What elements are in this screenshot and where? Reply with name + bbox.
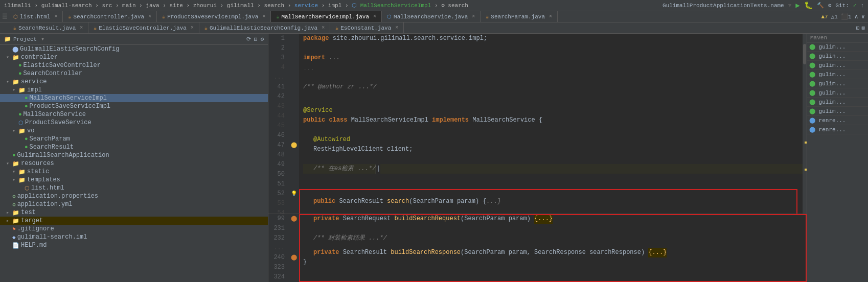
- tree-item-label: GulimallSearchApplication: [17, 152, 109, 159]
- class-icon: ●: [12, 152, 16, 158]
- tree-item-label: target: [21, 217, 43, 224]
- tree-vo-folder[interactable]: ▾ 📁 vo: [0, 127, 268, 135]
- right-panel-item-8[interactable]: ⬤ gulim...: [807, 107, 868, 116]
- close-icon[interactable]: ×: [191, 25, 194, 31]
- git-arrow-icon[interactable]: ↑: [860, 3, 864, 9]
- down-arrow[interactable]: ∨: [861, 13, 865, 20]
- right-panel-item-7[interactable]: ⬤ gulim...: [807, 98, 868, 107]
- settings-icon[interactable]: ⚙: [828, 2, 832, 9]
- close-icon[interactable]: ×: [472, 14, 475, 19]
- code-lines[interactable]: package site.zhourui.gilimall.search.ser…: [299, 34, 803, 214]
- gutter: ⬤ 💡 ⬤: [289, 34, 299, 214]
- tree-target-folder[interactable]: ▸ 📁 target: [0, 217, 268, 225]
- project-icon: 📁: [4, 36, 11, 42]
- tab-es-constant[interactable]: ☕ EsConstant.java ×: [330, 22, 404, 34]
- close-icon[interactable]: ×: [373, 14, 376, 19]
- collapse-icon[interactable]: ⊠: [861, 25, 865, 31]
- right-panel-item-10[interactable]: ⬤ renre...: [807, 125, 868, 134]
- tab-search-result[interactable]: ☕ SearchResult.java ×: [8, 22, 88, 34]
- expand-icon[interactable]: ⊡: [856, 25, 860, 31]
- close-icon[interactable]: ×: [395, 25, 398, 31]
- iml-icon: ◆: [12, 234, 16, 241]
- tree-item-label: static: [27, 168, 49, 175]
- tree-gitignore[interactable]: ⚑ .gitignore: [0, 225, 268, 233]
- tree-application-yaml[interactable]: ⚙ application.yml: [0, 200, 268, 208]
- tree-impl-folder[interactable]: ▾ 📁 impl: [0, 86, 268, 94]
- tree-gulimall-search-iml[interactable]: ◆ gulimall-search.iml: [0, 233, 268, 241]
- right-panel-item-9[interactable]: ⬤ renre...: [807, 116, 868, 125]
- tree-search-controller[interactable]: ● SearchController: [0, 69, 268, 78]
- tree-templates-folder[interactable]: ▾ 📁 templates: [0, 176, 268, 184]
- close-icon[interactable]: ×: [549, 14, 552, 19]
- tab-label: ProductSaveServiceImpl.java: [167, 14, 258, 20]
- top-bar-right: GulimallProductApplicationTests.name ▼ ▶…: [663, 1, 864, 10]
- sidebar-toggle[interactable]: ☰: [0, 13, 8, 20]
- tree-list-html[interactable]: ⬡ list.html: [0, 184, 268, 192]
- java-icon: ☕: [13, 25, 16, 31]
- tree-controller-folder[interactable]: ▾ 📁 controller: [0, 53, 268, 61]
- tree-search-param[interactable]: ● SearchParam: [0, 135, 268, 143]
- tab-list-html[interactable]: ⬡ list.html ×: [8, 11, 63, 22]
- code-line-76: [303, 206, 803, 214]
- config-icon: ⬤: [12, 46, 18, 53]
- close-icon[interactable]: ×: [148, 14, 151, 19]
- vertical-scrollbar[interactable]: [803, 34, 807, 214]
- git-check-icon[interactable]: ✓: [853, 2, 857, 9]
- tree-gulimall-search-application[interactable]: ● GulimallSearchApplication: [0, 151, 268, 159]
- code-line-58: public SearchResult search(SearchParam p…: [303, 197, 803, 206]
- tree-item-label: controller: [21, 54, 58, 61]
- folder-icon: 📁: [18, 87, 26, 93]
- tab-product-save-service-impl[interactable]: ☕ ProductSaveServiceImpl.java ×: [157, 11, 271, 22]
- tree-static-folder[interactable]: ▾ 📁 static: [0, 168, 268, 176]
- close-icon[interactable]: ×: [322, 25, 325, 31]
- tree-elastic-save-controller[interactable]: ● ElasticSaveController: [0, 61, 268, 69]
- collapse-all-icon[interactable]: ⊟: [254, 36, 258, 42]
- right-panel-item-3[interactable]: ⬤ gulim...: [807, 61, 868, 70]
- close-icon[interactable]: ×: [54, 14, 57, 19]
- right-panel-item-6[interactable]: ⬤ gulim...: [807, 88, 868, 98]
- right-panel: Maven ⬤ gulim... ⬤ gulin... ⬤ gulim... ⬤…: [807, 34, 868, 282]
- arrow-icon: ▾: [6, 54, 12, 60]
- tab-elastic-save-controller[interactable]: ☕ ElasticSaveController.java ×: [88, 22, 199, 34]
- tree-service-folder[interactable]: ▾ 📁 service: [0, 78, 268, 86]
- right-panel-item-1[interactable]: ⬤ gulim...: [807, 42, 868, 52]
- close-icon[interactable]: ×: [80, 25, 83, 31]
- tab-search-param[interactable]: ☕ SearchParam.java ×: [481, 11, 558, 22]
- tab-mall-search-service[interactable]: ⬡ MallSearchService.java ×: [382, 11, 481, 22]
- tab-search-controller[interactable]: ☕ SearchController.java ×: [63, 11, 157, 22]
- tree-product-save-service[interactable]: ⬡ ProductSaveService: [0, 119, 268, 127]
- top-bar: ilimall1 › gulimall-search › src › main …: [0, 0, 868, 11]
- run-button[interactable]: ▶: [795, 1, 800, 10]
- tab-mall-search-service-impl[interactable]: ☕ MallSearchServiceImpl.java ×: [271, 11, 382, 22]
- up-arrow[interactable]: ∧: [855, 13, 858, 20]
- right-panel-item-2[interactable]: ⬤ gulin...: [807, 52, 868, 61]
- tree-help-md[interactable]: 📄 HELP.md: [0, 241, 268, 249]
- interface-icon: ⬡: [18, 120, 24, 126]
- tree-test-folder[interactable]: ▸ 📁 test: [0, 208, 268, 217]
- code-line-51: [303, 154, 803, 164]
- tab-gulimall-elastic-search-config[interactable]: ☕ GulimallElasticSearchConfig.java ×: [199, 22, 330, 34]
- right-panel-item-4[interactable]: ⬤ gulim...: [807, 70, 868, 79]
- tree-mall-search-service[interactable]: ● MallSearchService: [0, 110, 268, 119]
- html-icon: ⬡: [25, 185, 30, 192]
- tree-search-result[interactable]: ● SearchResult: [0, 143, 268, 151]
- right-panel-item-5[interactable]: ⬤ gulim...: [807, 79, 868, 88]
- build-button[interactable]: 🔨: [817, 2, 824, 9]
- md-icon: 📄: [12, 242, 19, 249]
- code-line-42: /** @author zr ...*/: [303, 82, 803, 92]
- tree-item-label: application.properties: [17, 193, 98, 200]
- code-line-49: @Autowired: [303, 135, 803, 145]
- tree-mall-search-service-impl[interactable]: ● MallSearchServiceImpl: [0, 94, 268, 102]
- folder-icon: 📁: [18, 169, 26, 175]
- debug-button[interactable]: 🐛: [804, 1, 813, 10]
- tree-resources-folder[interactable]: ▾ 📁 resources: [0, 159, 268, 168]
- project-dropdown[interactable]: ▾: [41, 36, 44, 42]
- settings-icon[interactable]: ⚙: [260, 36, 264, 42]
- close-icon[interactable]: ×: [262, 14, 265, 19]
- tree-product-save-service-impl[interactable]: ● ProductSaveServiceImpl: [0, 102, 268, 110]
- sync-icon[interactable]: ⟳: [246, 36, 251, 42]
- tab-label: EsConstant.java: [340, 25, 391, 31]
- code-line-2: [303, 43, 803, 53]
- tree-gulimall-elastic-search-config[interactable]: ⬤ GulimallElasticSearchConfig: [0, 45, 268, 53]
- tree-application-properties[interactable]: ⚙ application.properties: [0, 192, 268, 200]
